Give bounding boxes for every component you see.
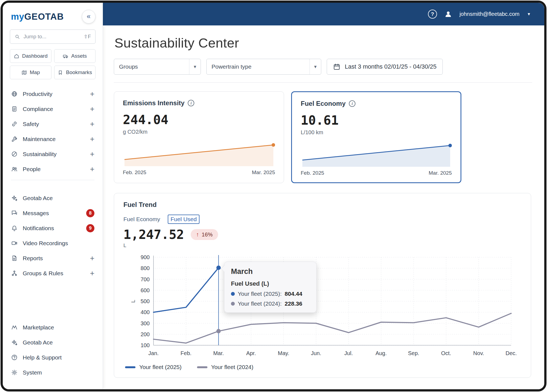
home-icon [14, 53, 19, 59]
info-icon[interactable]: i [188, 100, 194, 106]
tab-fuel-economy[interactable]: Fuel Economy [123, 216, 160, 223]
mygeotab-logo: myGEOTAB [11, 11, 64, 22]
page-title: Sustainability Center [114, 35, 532, 51]
sidebar-item-system[interactable]: System [3, 365, 103, 380]
kpi-cards-row: Emissions Intensity i 244.04 g CO2/km Fe… [114, 91, 532, 183]
gear-icon [11, 369, 18, 376]
fuel-economy-card[interactable]: Fuel Economy i 10.61 L/100 km Feb. 2025 … [291, 91, 461, 183]
quick-link-dashboard[interactable]: Dashboard [10, 49, 51, 63]
svg-text:Dec.: Dec. [505, 350, 517, 356]
fuel-trend-tabs: Fuel Economy Fuel Used [123, 215, 522, 224]
tooltip-metric: Fuel Used (L) [231, 280, 310, 287]
quick-link-label: Bookmarks [66, 69, 92, 75]
card-header: Emissions Intensity i [123, 99, 275, 107]
search-input[interactable] [24, 34, 80, 40]
sidebar-item-productivity[interactable]: Productivity + [3, 86, 103, 101]
quick-link-bookmarks[interactable]: Bookmarks [54, 66, 96, 79]
change-badge: ↑ 16% [191, 229, 218, 240]
emissions-intensity-card[interactable]: Emissions Intensity i 244.04 g CO2/km Fe… [114, 91, 284, 183]
emissions-value: 244.04 [123, 112, 275, 127]
footer-nav: Marketplace Geotab Ace Help & Support Sy… [3, 320, 103, 389]
account-menu-caret-icon[interactable]: ▾ [528, 11, 530, 17]
change-percent: 16% [202, 232, 213, 238]
svg-text:400: 400 [141, 309, 150, 315]
sidebar-item-marketplace[interactable]: Marketplace [3, 320, 103, 335]
sidebar-item-geotab-ace-footer[interactable]: Geotab Ace [3, 335, 103, 350]
groups-filter-label: Groups [119, 63, 138, 70]
sidebar-item-help-support[interactable]: Help & Support [3, 350, 103, 365]
card-title: Fuel Economy [301, 100, 346, 107]
date-range-picker[interactable]: Last 3 months 02/01/25 - 04/30/25 [327, 59, 443, 75]
svg-text:500: 500 [141, 298, 150, 304]
emissions-sparkline-chart [123, 139, 275, 167]
expand-plus-icon[interactable]: + [90, 105, 94, 113]
sidebar-item-video-recordings[interactable]: Video Recordings [3, 236, 103, 251]
search-icon [15, 34, 20, 40]
expand-plus-icon[interactable]: + [90, 135, 94, 144]
tooltip-month: March [231, 267, 310, 276]
fuel-trend-card: Fuel Trend Fuel Economy Fuel Used 1,247.… [114, 193, 531, 378]
quick-link-assets[interactable]: Assets [54, 49, 96, 63]
expand-plus-icon[interactable]: + [90, 269, 94, 278]
sidebar-item-messages[interactable]: Messages 8 [3, 206, 103, 221]
fuel-used-unit: L [123, 242, 522, 248]
expand-plus-icon[interactable]: + [90, 120, 94, 128]
svg-text:Jun.: Jun. [311, 350, 321, 356]
jump-to-search[interactable]: ⇧F [10, 30, 95, 44]
sidebar-item-label: Safety [23, 121, 39, 127]
expand-plus-icon[interactable]: + [90, 90, 94, 98]
sidebar-item-reports[interactable]: Reports + [3, 251, 103, 266]
sidebar-item-maintenance[interactable]: Maintenance + [3, 131, 103, 147]
series-dot-2024 [231, 302, 235, 306]
help-icon[interactable]: ? [428, 10, 437, 19]
svg-text:200: 200 [141, 331, 150, 337]
sidebar-item-notifications[interactable]: Notifications 9 [3, 221, 103, 236]
series-dot-2025 [231, 292, 235, 296]
svg-text:L: L [130, 300, 136, 303]
video-camera-icon [11, 240, 18, 247]
filters-bar: Groups ▾ Powertrain type ▾ Last 3 months… [114, 59, 532, 83]
fuel-trend-chart-area: 100200300400500600700800900Jan.Feb.Mar.A… [123, 252, 522, 361]
svg-text:300: 300 [141, 320, 150, 326]
fuel-economy-sparkline-chart [301, 140, 452, 167]
sidebar-item-label: Video Recordings [23, 240, 68, 247]
svg-text:Nov.: Nov. [473, 350, 484, 356]
people-icon [11, 166, 18, 172]
legend-item-2024[interactable]: Your fleet (2024) [197, 364, 254, 370]
fuel-economy-unit: L/100 km [301, 129, 452, 136]
svg-text:800: 800 [141, 265, 150, 271]
logo-row: myGEOTAB « [3, 3, 103, 27]
tab-fuel-used[interactable]: Fuel Used [168, 215, 199, 224]
expand-plus-icon[interactable]: + [90, 165, 94, 174]
legend-swatch-2025 [125, 366, 135, 368]
tooltip-row-value: 228.36 [285, 300, 302, 307]
safety-icon [11, 121, 18, 127]
info-icon[interactable]: i [349, 100, 355, 107]
user-avatar-icon[interactable] [444, 10, 452, 18]
sidebar-item-people[interactable]: People + [3, 162, 103, 177]
svg-text:Apr.: Apr. [246, 350, 256, 356]
user-email[interactable]: johnsmith@fleetabc.com [459, 11, 519, 17]
sparkline-x-labels: Feb. 2025 Mar. 2025 [301, 170, 452, 176]
sidebar-collapse-button[interactable]: « [82, 10, 95, 24]
quick-link-map[interactable]: Map [10, 66, 51, 79]
x-start-label: Feb. 2025 [123, 169, 146, 175]
messages-count-badge: 8 [86, 209, 94, 217]
expand-plus-icon[interactable]: + [90, 254, 94, 263]
powertrain-filter-dropdown[interactable]: Powertrain type ▾ [206, 59, 321, 75]
sidebar-item-safety[interactable]: Safety + [3, 116, 103, 131]
groups-filter-dropdown[interactable]: Groups ▾ [114, 59, 201, 75]
svg-text:Jul.: Jul. [344, 350, 353, 356]
sidebar-item-compliance[interactable]: Compliance + [3, 101, 103, 116]
sidebar-item-geotab-ace[interactable]: Geotab Ace [3, 191, 103, 206]
legend-item-2025[interactable]: Your fleet (2025) [125, 364, 182, 370]
sidebar-item-groups-rules[interactable]: Groups & Rules + [3, 266, 103, 281]
legend-label: Your fleet (2024) [211, 364, 254, 370]
sidebar-item-sustainability[interactable]: Sustainability + [3, 147, 103, 162]
help-icon [11, 354, 18, 361]
legend-label: Your fleet (2025) [139, 364, 182, 370]
expand-plus-icon[interactable]: + [90, 150, 94, 159]
fuel-trend-value-row: 1,247.52 ↑ 16% [123, 227, 522, 242]
tooltip-row-2024: Your fleet (2024): 228.36 [231, 300, 310, 307]
sidebar-item-label: Productivity [23, 91, 53, 97]
